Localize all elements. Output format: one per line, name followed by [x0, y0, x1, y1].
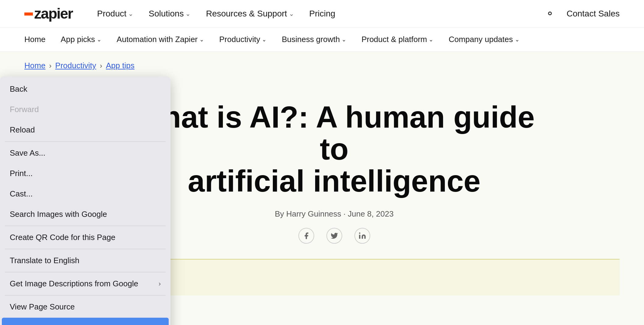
nav-resources[interactable]: Resources & Support ⌄: [206, 9, 294, 19]
twitter-icon[interactable]: [326, 228, 342, 244]
menu-separator: [5, 249, 166, 249]
chevron-down-icon: ⌄: [262, 36, 266, 43]
breadcrumb-app-tips[interactable]: App tips: [106, 61, 135, 70]
top-nav-right: ⚬ Contact Sales: [545, 7, 620, 20]
search-icon[interactable]: ⚬: [545, 7, 554, 20]
context-menu-cast[interactable]: Cast...: [0, 184, 171, 204]
sec-nav-automation[interactable]: Automation with Zapier ⌄: [117, 35, 204, 44]
chevron-down-icon: ⌄: [185, 10, 191, 17]
menu-separator: [5, 295, 166, 295]
sec-nav-product-platform[interactable]: Product & platform ⌄: [361, 35, 433, 44]
linkedin-icon[interactable]: [354, 228, 370, 244]
context-menu-save-as[interactable]: Save As...: [0, 143, 171, 163]
chevron-down-icon: ⌄: [199, 36, 204, 43]
article-meta: By Harry Guinness · June 8, 2023: [275, 209, 393, 219]
chevron-down-icon: ⌄: [97, 36, 101, 43]
sec-nav-app-picks[interactable]: App picks ⌄: [61, 35, 101, 44]
chevron-down-icon: ⌄: [289, 10, 294, 17]
top-navigation: zapier Product ⌄ Solutions ⌄ Resources &…: [0, 0, 644, 27]
context-menu-print[interactable]: Print...: [0, 163, 171, 184]
chevron-down-icon: ⌄: [128, 10, 133, 17]
secondary-navigation: Home App picks ⌄ Automation with Zapier …: [0, 27, 644, 52]
contact-sales-link[interactable]: Contact Sales: [567, 9, 620, 19]
submenu-arrow-icon: ›: [159, 280, 161, 288]
sec-nav-home[interactable]: Home: [24, 35, 45, 44]
context-menu-qr-code[interactable]: Create QR Code for this Page: [0, 227, 171, 248]
logo[interactable]: zapier: [24, 5, 73, 22]
menu-separator: [5, 141, 166, 142]
nav-product[interactable]: Product ⌄: [97, 9, 134, 19]
context-menu-back[interactable]: Back: [0, 79, 171, 99]
facebook-icon[interactable]: [298, 228, 314, 244]
chevron-down-icon: ⌄: [429, 36, 433, 43]
nav-solutions[interactable]: Solutions ⌄: [149, 9, 191, 19]
main-content: Back Forward Reload Save As... Print... …: [0, 76, 644, 295]
breadcrumb-separator: ›: [100, 62, 102, 70]
context-menu-view-source[interactable]: View Page Source: [0, 297, 171, 317]
svg-point-0: [359, 232, 360, 234]
social-icons: [298, 228, 370, 244]
nav-pricing[interactable]: Pricing: [309, 9, 336, 19]
chevron-down-icon: ⌄: [515, 36, 519, 43]
context-menu-image-descriptions[interactable]: Get Image Descriptions from Google ›: [0, 274, 171, 294]
logo-orange-bar: [24, 12, 33, 16]
breadcrumb: Home › Productivity › App tips: [0, 52, 644, 76]
context-menu: Back Forward Reload Save As... Print... …: [0, 76, 171, 325]
menu-separator: [5, 272, 166, 272]
breadcrumb-separator: ›: [49, 62, 51, 70]
context-menu-search-images[interactable]: Search Images with Google: [0, 204, 171, 224]
menu-separator: [5, 226, 166, 226]
sec-nav-productivity[interactable]: Productivity ⌄: [219, 35, 266, 44]
logo-text: zapier: [34, 5, 73, 22]
context-menu-translate[interactable]: Translate to English: [0, 250, 171, 271]
chevron-down-icon: ⌄: [342, 36, 346, 43]
context-menu-inspect[interactable]: Inspect: [2, 318, 169, 325]
context-menu-reload[interactable]: Reload: [0, 120, 171, 140]
sec-nav-company-updates[interactable]: Company updates ⌄: [449, 35, 519, 44]
article-title: What is AI?: A human guide to artificial…: [121, 101, 547, 197]
top-nav-links: Product ⌄ Solutions ⌄ Resources & Suppor…: [97, 9, 527, 19]
context-menu-forward[interactable]: Forward: [0, 99, 171, 120]
sec-nav-business-growth[interactable]: Business growth ⌄: [282, 35, 346, 44]
breadcrumb-productivity[interactable]: Productivity: [55, 61, 96, 70]
breadcrumb-home[interactable]: Home: [24, 61, 45, 70]
